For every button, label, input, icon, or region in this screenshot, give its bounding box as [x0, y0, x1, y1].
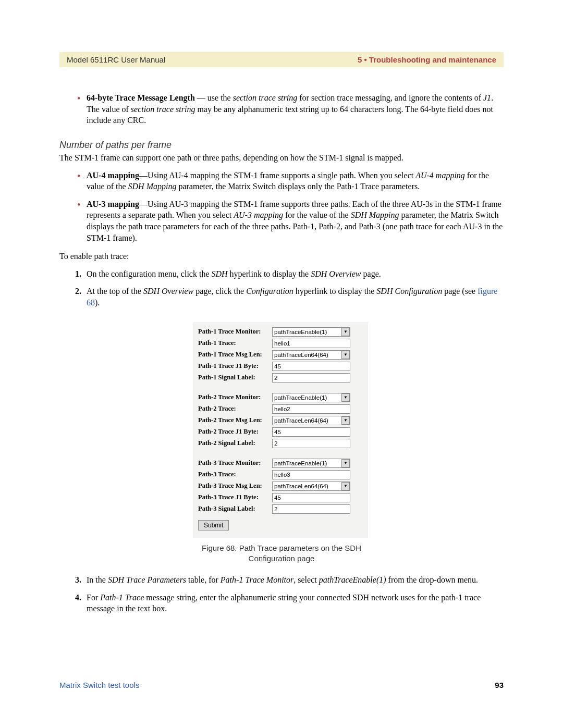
step-3: In the SDH Trace Parameters table, for P…: [77, 574, 504, 586]
path3-j1-label: Path-3 Trace J1 Byte:: [198, 493, 272, 502]
path1-trace-label: Path-1 Trace:: [198, 339, 272, 348]
path2-j1-label: Path-2 Trace J1 Byte:: [198, 427, 272, 436]
header-model: Model 6511RC User Manual: [67, 55, 165, 64]
submit-button[interactable]: Submit: [198, 520, 229, 530]
path2-sig-input[interactable]: 2: [272, 439, 350, 448]
sdh-config-form: Path-1 Trace Monitor: pathTraceEnable(1)…: [193, 322, 368, 538]
path2-msglen-label: Path-2 Trace Msg Len:: [198, 416, 272, 425]
paths-intro: The STM-1 frame can support one path or …: [59, 152, 504, 164]
figure-caption: Figure 68. Path Trace parameters on the …: [193, 543, 370, 564]
subhead-paths: Number of paths per frame: [59, 139, 504, 151]
chevron-down-icon: ▼: [341, 393, 350, 402]
path3-trace-label: Path-3 Trace:: [198, 470, 272, 479]
path1-msglen-label: Path-1 Trace Msg Len:: [198, 350, 272, 359]
header-chapter: 5 • Troubleshooting and maintenance: [358, 55, 496, 64]
trace-length-bullet: 64-byte Trace Message Length — use the s…: [77, 92, 504, 126]
trace-length-bullet-list: 64-byte Trace Message Length — use the s…: [59, 92, 504, 126]
path3-msglen-select[interactable]: pathTraceLen64(64)▼: [272, 482, 350, 491]
path2-trace-label: Path-2 Trace:: [198, 404, 272, 413]
chevron-down-icon: ▼: [341, 351, 350, 359]
path1-monitor-label: Path-1 Trace Monitor:: [198, 327, 272, 336]
enable-steps: On the configuration menu, click the SDH…: [59, 268, 504, 309]
path1-j1-input[interactable]: 45: [272, 362, 350, 371]
path2-sig-label: Path-2 Signal Label:: [198, 439, 272, 448]
step-2: At the top of the SDH Overview page, cli…: [77, 286, 504, 308]
path3-trace-input[interactable]: hello3: [272, 470, 350, 479]
path3-monitor-label: Path-3 Trace Monitor:: [198, 459, 272, 467]
au4-bullet: AU-4 mapping—Using AU-4 mapping the STM-…: [77, 170, 504, 192]
page-header: Model 6511RC User Manual 5 • Troubleshoo…: [59, 52, 504, 67]
path2-trace-input[interactable]: hello2: [272, 404, 350, 414]
chevron-down-icon: ▼: [341, 328, 350, 336]
path1-msglen-select[interactable]: pathTraceLen64(64)▼: [272, 350, 350, 360]
path2-j1-input[interactable]: 45: [272, 427, 350, 437]
enable-steps-cont: In the SDH Trace Parameters table, for P…: [59, 574, 504, 614]
figure-68: Path-1 Trace Monitor: pathTraceEnable(1)…: [193, 322, 370, 564]
path1-sig-label: Path-1 Signal Label:: [198, 373, 272, 382]
enable-intro: To enable path trace:: [59, 251, 504, 262]
path2-monitor-label: Path-2 Trace Monitor:: [198, 393, 272, 402]
path3-sig-input[interactable]: 2: [272, 504, 350, 514]
step-4: For Path-1 Trace message string, enter t…: [77, 592, 504, 614]
step-1: On the configuration menu, click the SDH…: [77, 268, 504, 280]
path3-msglen-label: Path-3 Trace Msg Len:: [198, 482, 272, 490]
path3-monitor-select[interactable]: pathTraceEnable(1)▼: [272, 459, 350, 468]
path3-j1-input[interactable]: 45: [272, 493, 350, 502]
path3-sig-label: Path-3 Signal Label:: [198, 504, 272, 513]
path2-msglen-select[interactable]: pathTraceLen64(64)▼: [272, 416, 350, 425]
chevron-down-icon: ▼: [341, 416, 350, 425]
footer-section: Matrix Switch test tools: [59, 681, 139, 689]
path2-monitor-select[interactable]: pathTraceEnable(1)▼: [272, 393, 350, 402]
page-footer: Matrix Switch test tools 93: [59, 681, 504, 689]
path1-sig-input[interactable]: 2: [272, 373, 350, 382]
path1-j1-label: Path-1 Trace J1 Byte:: [198, 362, 272, 371]
chevron-down-icon: ▼: [341, 482, 350, 490]
chevron-down-icon: ▼: [341, 459, 350, 467]
path1-monitor-select[interactable]: pathTraceEnable(1)▼: [272, 327, 350, 337]
page-number: 93: [495, 681, 504, 689]
mapping-bullets: AU-4 mapping—Using AU-4 mapping the STM-…: [59, 170, 504, 244]
au3-bullet: AU-3 mapping—Using AU-3 mapping the STM-…: [77, 199, 504, 243]
trace-length-lead: 64-byte Trace Message Length: [87, 93, 195, 102]
path1-trace-input[interactable]: hello1: [272, 339, 350, 348]
